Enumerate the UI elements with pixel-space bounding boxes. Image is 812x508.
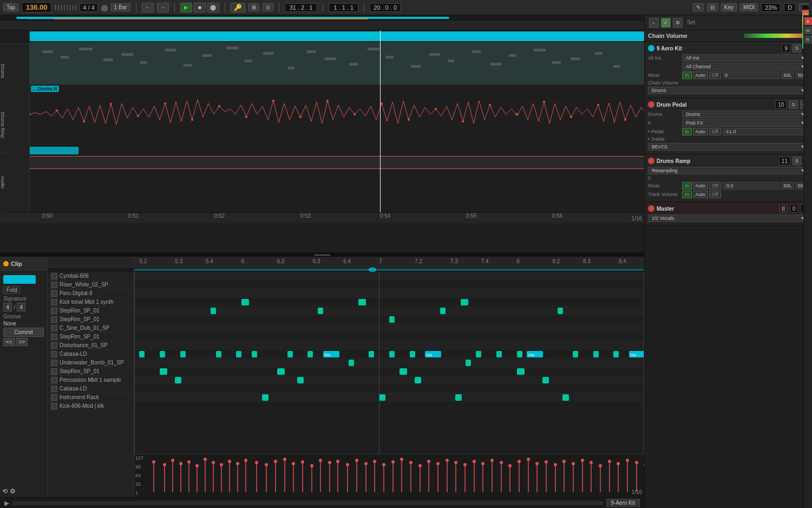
key-btn[interactable]: Key	[721, 3, 737, 11]
note-r3-1[interactable]	[241, 299, 249, 305]
note-r9-1[interactable]	[160, 351, 165, 357]
commit-btn[interactable]: Commit	[3, 328, 44, 337]
edge-btn-3[interactable]: R	[804, 36, 812, 43]
script-btn[interactable]: 🔑	[231, 3, 245, 12]
time-display[interactable]: 1 . 1 . 1	[329, 3, 358, 12]
drum-name-kick606[interactable]: Kick-606-Mod | klk	[48, 402, 134, 411]
note-r11-4[interactable]	[517, 368, 525, 375]
aero-s-btn[interactable]: S	[793, 44, 801, 53]
aero-sub-select[interactable]: Drums	[648, 87, 809, 94]
settings-icon[interactable]: ⚙	[10, 487, 16, 495]
midi-bg[interactable]	[30, 42, 644, 84]
note-r9-ste4[interactable]: Ste	[629, 351, 644, 357]
bar-dropdown[interactable]: 1 Bar	[111, 3, 130, 11]
master-vol[interactable]: 0	[790, 204, 798, 213]
note-r12-1[interactable]	[175, 377, 181, 383]
note-r14-4[interactable]	[562, 394, 569, 401]
drum-name-kick[interactable]: Kick tonal Mkit 1 synth	[48, 298, 134, 307]
loop-scroll-area[interactable]	[134, 268, 644, 272]
aero-in-btn[interactable]: In	[682, 71, 692, 79]
aero-off-btn[interactable]: Off	[709, 71, 721, 79]
note-r9-ste2[interactable]: Ste	[425, 351, 441, 357]
drum-name-percussion[interactable]: Percussion Mkit 1 sample	[48, 376, 134, 385]
stop-btn[interactable]: ■	[194, 3, 206, 12]
circle-btn[interactable]: ⊙	[263, 3, 273, 11]
chain-vol-slider[interactable]	[744, 34, 809, 38]
nav-left-btn[interactable]: <<	[3, 338, 15, 346]
note-r14-1[interactable]	[262, 394, 269, 401]
ramp-off-btn[interactable]: Off	[709, 182, 721, 190]
note-r9-14[interactable]	[573, 351, 578, 357]
edge-btn-1[interactable]: ●	[804, 17, 812, 25]
ramp-send-l[interactable]: 50L	[781, 182, 794, 190]
aero-auto-btn[interactable]: Auto	[693, 71, 709, 79]
note-r9-4[interactable]	[236, 351, 241, 357]
mixer-active-btn[interactable]: ✓	[661, 18, 671, 28]
ramp-input-select[interactable]: Resampling	[648, 167, 809, 174]
ramp-s-btn[interactable]: S	[793, 157, 801, 165]
drum-name-csine[interactable]: C_Sine_Dub_01_SP	[48, 324, 134, 333]
tap-btn[interactable]: Tap	[3, 3, 18, 11]
drum-name-underwater[interactable]: Underwater_Bomb_01_SP	[48, 359, 134, 367]
position-display[interactable]: 31 . 2 . 1	[285, 3, 318, 12]
note-r9-3[interactable]	[216, 351, 221, 357]
mixer-arrow-left[interactable]: ←	[649, 18, 659, 28]
sig-den[interactable]: 4	[17, 303, 25, 311]
note-r9-7[interactable]	[307, 351, 313, 357]
drum-name-cymbal[interactable]: Cymbal-606	[48, 272, 134, 281]
back-btn[interactable]: ←	[142, 3, 154, 12]
note-r12-4[interactable]	[542, 377, 549, 383]
grid-btn[interactable]: ⊞	[248, 3, 259, 11]
pencil-btn[interactable]: ✎	[693, 3, 704, 11]
sig-num[interactable]: 4	[3, 303, 12, 311]
pedal-off-btn[interactable]: Off	[709, 128, 721, 135]
note-r14-3[interactable]	[455, 394, 462, 401]
note-r9-6[interactable]	[287, 351, 293, 357]
drum-name-cabasa2[interactable]: Cabasa-LD	[48, 385, 134, 393]
note-r14-2[interactable]	[379, 394, 385, 401]
bpm-display[interactable]: 136.00	[22, 2, 51, 12]
note-r9-ste1[interactable]: Ste	[323, 351, 339, 357]
note-r10-2[interactable]	[466, 360, 471, 366]
drum-name-disturbance[interactable]: Disturbance_01_SP	[48, 341, 134, 350]
drum-name-steprim4[interactable]: StepRim_SP_01	[48, 367, 134, 376]
note-r9-11[interactable]	[476, 351, 481, 357]
pedal-auto-btn[interactable]: Auto	[693, 128, 709, 135]
aero-send-l[interactable]: 50L	[781, 71, 794, 79]
note-r11-3[interactable]	[400, 368, 407, 375]
pedal-fx-select[interactable]: Post FX	[682, 119, 809, 127]
fold-btn[interactable]: Fold	[3, 286, 20, 294]
pedal-s-btn[interactable]: S	[789, 100, 797, 109]
note-r9-12[interactable]	[496, 351, 502, 357]
grid-view-btn[interactable]: ⊟	[707, 3, 718, 11]
track2-waveform[interactable]: ... Drums R	[30, 84, 644, 144]
ramp-track-auto-btn[interactable]: Auto	[693, 191, 709, 198]
edge-btn-2[interactable]: M	[804, 27, 812, 34]
sig-display[interactable]: 4 / 4	[80, 3, 97, 12]
note-r9-5[interactable]	[252, 351, 257, 357]
play-btn[interactable]: ▶	[180, 3, 192, 12]
drums-ramp-clip[interactable]	[30, 147, 78, 154]
drum-name-perc[interactable]: Perc-Digital-9	[48, 289, 134, 298]
note-r5-1[interactable]	[389, 316, 395, 323]
note-r9-15[interactable]	[593, 351, 599, 357]
note-r9-13[interactable]	[517, 351, 522, 357]
note-r4-4[interactable]	[558, 308, 563, 314]
note-r9-16[interactable]	[613, 351, 619, 357]
drum-name-cabasa1[interactable]: Cabasa-LD	[48, 350, 134, 359]
aero-num[interactable]: 9	[782, 44, 790, 53]
d-display[interactable]: D	[784, 3, 796, 12]
pedal-sub-select[interactable]: BEATS	[648, 143, 809, 151]
pedal-num[interactable]: 10	[775, 100, 787, 109]
midi-btn[interactable]: MIDI	[740, 3, 758, 11]
master-num[interactable]: II	[779, 204, 788, 213]
note-r10-1[interactable]	[349, 360, 354, 366]
bottom-play-btn[interactable]: ▶	[4, 499, 9, 507]
mixer-settings-btn[interactable]: ⚙	[673, 18, 683, 28]
pedal-in-btn[interactable]: In	[682, 128, 692, 135]
note-r4-1[interactable]	[211, 308, 216, 314]
note-r11-1[interactable]	[160, 368, 167, 375]
note-r3-3[interactable]	[461, 299, 468, 305]
bottom-progress[interactable]	[12, 501, 603, 505]
ramp-vol-val[interactable]: -3.0	[723, 182, 780, 190]
